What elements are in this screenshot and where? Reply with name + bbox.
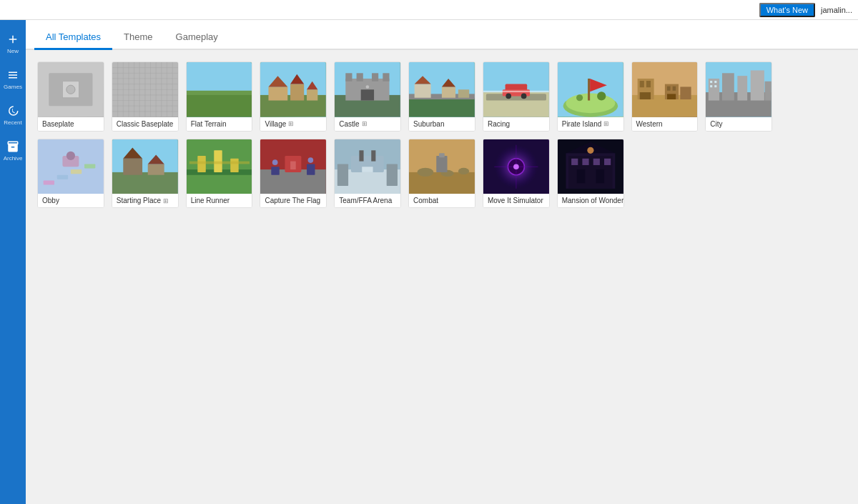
template-thumb-combat bbox=[409, 139, 475, 194]
template-name-team-arena: Team/FFA Arena bbox=[335, 194, 400, 207]
template-name-suburban: Suburban bbox=[409, 117, 475, 131]
svg-rect-89 bbox=[715, 85, 717, 87]
svg-rect-39 bbox=[346, 73, 352, 81]
template-suburban[interactable]: Suburban bbox=[408, 61, 475, 132]
svg-rect-40 bbox=[357, 73, 363, 81]
sidebar: New Games Recent Archive bbox=[0, 20, 26, 504]
svg-rect-48 bbox=[415, 84, 431, 98]
template-village[interactable]: Village ⊞ bbox=[260, 61, 327, 132]
svg-rect-73 bbox=[639, 92, 650, 99]
template-capture-flag[interactable]: Capture The Flag bbox=[260, 139, 327, 209]
template-thumb-move-it bbox=[483, 139, 549, 194]
template-starting-place[interactable]: Starting Place ⊞ bbox=[112, 139, 179, 209]
template-name-flat-terrain: Flat Terrain bbox=[187, 117, 252, 131]
tab-bar: All Templates Theme Gameplay bbox=[26, 20, 858, 50]
starting-place-icon: ⊞ bbox=[163, 197, 169, 204]
template-thumb-capture-flag bbox=[260, 139, 326, 194]
template-thumb-village bbox=[260, 62, 326, 117]
sidebar-item-new[interactable]: New bbox=[0, 26, 26, 61]
svg-rect-46 bbox=[409, 98, 475, 117]
plus-icon bbox=[6, 33, 19, 46]
whats-new-button[interactable]: What's New bbox=[759, 3, 815, 17]
template-thumb-flat-terrain bbox=[187, 62, 252, 117]
svg-point-127 bbox=[418, 167, 434, 176]
template-castle[interactable]: Castle ⊞ bbox=[334, 61, 401, 132]
svg-rect-144 bbox=[571, 158, 578, 164]
sidebar-item-recent[interactable]: Recent bbox=[0, 97, 26, 133]
template-flat-terrain[interactable]: Flat Terrain bbox=[186, 61, 253, 132]
template-thumb-castle bbox=[335, 62, 400, 117]
svg-point-115 bbox=[272, 159, 278, 165]
template-team-arena[interactable]: Team/FFA Arena bbox=[334, 139, 401, 209]
template-thumb-line-runner bbox=[187, 139, 252, 194]
template-name-racing: Racing bbox=[483, 117, 549, 131]
template-pirate-island[interactable]: Pirate Island ⊞ bbox=[557, 61, 624, 132]
svg-rect-50 bbox=[442, 87, 455, 97]
svg-point-96 bbox=[66, 151, 75, 159]
svg-rect-142 bbox=[577, 169, 585, 183]
archive-icon bbox=[6, 140, 19, 153]
template-thumb-classic-baseplate bbox=[112, 62, 178, 117]
template-obby[interactable]: Obby bbox=[37, 139, 104, 209]
template-name-classic-baseplate: Classic Baseplate bbox=[112, 117, 178, 131]
sidebar-item-games[interactable]: Games bbox=[0, 61, 26, 97]
svg-rect-85 bbox=[765, 81, 771, 101]
template-name-city: City bbox=[706, 117, 771, 131]
template-thumb-baseplate bbox=[38, 62, 104, 117]
template-classic-baseplate[interactable]: Classic Baseplate bbox=[112, 61, 179, 132]
svg-rect-77 bbox=[667, 94, 676, 99]
template-thumb-starting-place bbox=[112, 139, 178, 194]
template-racing[interactable]: Racing bbox=[483, 61, 550, 132]
svg-rect-72 bbox=[646, 81, 650, 87]
svg-rect-83 bbox=[738, 76, 748, 100]
svg-point-63 bbox=[566, 94, 615, 114]
svg-rect-131 bbox=[439, 153, 445, 157]
svg-rect-91 bbox=[44, 180, 54, 184]
templates-row1: Baseplate Classic Baseplate bbox=[37, 61, 847, 132]
template-mansion[interactable]: Mansion of Wonder bbox=[557, 139, 624, 209]
template-thumb-western bbox=[632, 62, 698, 117]
svg-rect-147 bbox=[604, 158, 611, 164]
template-baseplate[interactable]: Baseplate bbox=[37, 61, 104, 132]
pirate-island-icon: ⊞ bbox=[603, 120, 609, 127]
sidebar-item-archive[interactable]: Archive bbox=[0, 133, 26, 169]
svg-point-59 bbox=[521, 94, 527, 99]
svg-point-148 bbox=[587, 147, 593, 153]
username-display: jamalin... bbox=[821, 6, 852, 14]
template-name-village: Village ⊞ bbox=[260, 117, 326, 131]
template-thumb-pirate-island bbox=[558, 62, 623, 117]
template-name-pirate-island: Pirate Island ⊞ bbox=[558, 117, 623, 131]
template-move-it[interactable]: Move It Simulator bbox=[483, 139, 550, 209]
svg-rect-114 bbox=[307, 164, 315, 174]
svg-rect-75 bbox=[667, 87, 671, 91]
tab-all-templates[interactable]: All Templates bbox=[34, 26, 112, 50]
top-bar: What's New jamalin... bbox=[0, 0, 858, 20]
svg-point-129 bbox=[458, 167, 469, 174]
svg-point-116 bbox=[308, 157, 314, 163]
svg-rect-145 bbox=[582, 158, 588, 164]
svg-rect-71 bbox=[639, 81, 644, 87]
svg-rect-93 bbox=[71, 169, 82, 174]
svg-rect-101 bbox=[148, 164, 164, 174]
template-line-runner[interactable]: Line Runner bbox=[186, 139, 253, 209]
svg-rect-76 bbox=[672, 87, 676, 91]
template-thumb-suburban bbox=[409, 62, 475, 117]
svg-rect-86 bbox=[710, 81, 712, 83]
template-name-obby: Obby bbox=[38, 194, 104, 207]
template-city[interactable]: City bbox=[705, 61, 772, 132]
svg-rect-94 bbox=[84, 164, 95, 168]
tab-gameplay[interactable]: Gameplay bbox=[164, 26, 230, 50]
template-name-line-runner: Line Runner bbox=[187, 194, 252, 207]
templates-row2: Obby Starting Place ⊞ bbox=[37, 139, 847, 209]
tab-theme[interactable]: Theme bbox=[112, 26, 164, 50]
template-combat[interactable]: Combat bbox=[408, 139, 475, 209]
template-thumb-obby bbox=[38, 139, 104, 194]
svg-rect-99 bbox=[123, 158, 142, 174]
svg-rect-107 bbox=[230, 158, 238, 172]
svg-rect-41 bbox=[372, 73, 378, 81]
castle-icon: ⊞ bbox=[362, 120, 368, 127]
template-western[interactable]: Western bbox=[631, 61, 699, 132]
svg-point-137 bbox=[513, 164, 519, 169]
svg-rect-124 bbox=[372, 150, 376, 161]
template-thumb-city bbox=[706, 62, 771, 117]
